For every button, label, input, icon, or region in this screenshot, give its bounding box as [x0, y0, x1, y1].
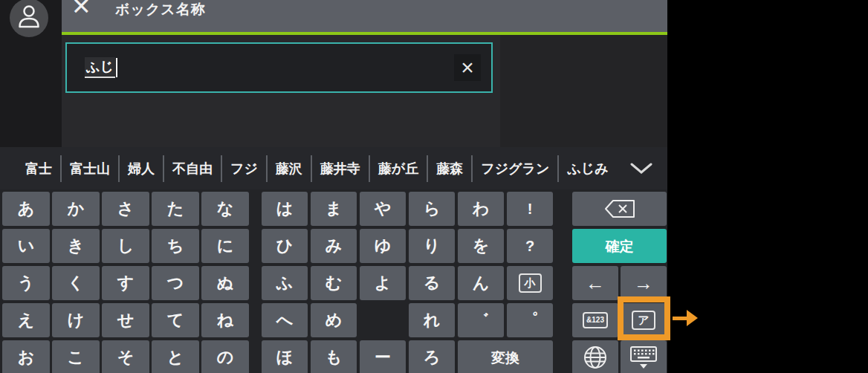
key-ま[interactable]: ま	[311, 192, 357, 226]
candidate-item[interactable]: 婦人	[128, 160, 155, 178]
key-ら[interactable]: ら	[409, 192, 455, 226]
key-input-language[interactable]	[572, 340, 618, 373]
key-?[interactable]: ?	[507, 229, 553, 263]
candidate-item[interactable]: フジ	[230, 160, 258, 178]
candidate-divider	[118, 155, 120, 182]
dimmed-background	[500, 35, 667, 147]
key-わ[interactable]: わ	[458, 192, 504, 226]
candidate-divider	[369, 155, 370, 182]
key-お[interactable]: お	[2, 340, 50, 373]
key-symbols-numbers[interactable]: &123	[572, 303, 618, 337]
key-し[interactable]: し	[102, 229, 149, 263]
candidate-divider	[427, 155, 428, 182]
key-の[interactable]: の	[201, 340, 249, 373]
key-ね[interactable]: ね	[201, 303, 249, 337]
avatar[interactable]	[10, 0, 48, 37]
key-![interactable]: !	[507, 192, 553, 226]
left-strip	[0, 0, 62, 147]
keyboard: あかさたないきしちにうくすつぬえけせてねおこそとのはまやらわ!ひみゆりを?ふむよ…	[0, 189, 667, 373]
key-ん[interactable]: ん	[458, 266, 504, 300]
key-よ[interactable]: よ	[360, 266, 406, 300]
key-small-kana[interactable]: 小	[507, 266, 553, 300]
user-icon	[18, 4, 40, 32]
highlight-box	[618, 296, 670, 340]
candidate-item[interactable]: フジグラン	[481, 160, 549, 178]
key-へ[interactable]: へ	[262, 303, 308, 337]
close-icon[interactable]: ×	[72, 0, 91, 22]
key-つ[interactable]: つ	[152, 266, 199, 300]
key-に[interactable]: に	[201, 229, 249, 263]
candidate-divider	[266, 155, 268, 182]
candidate-item[interactable]: 富士	[25, 160, 52, 178]
highlight-arrow-icon	[673, 317, 687, 320]
key-ぬ[interactable]: ぬ	[201, 266, 249, 300]
key-ゆ[interactable]: ゆ	[360, 229, 406, 263]
key-せ[interactable]: せ	[102, 303, 149, 337]
candidate-item[interactable]: 富士山	[70, 160, 110, 178]
composing-text: ふじ	[85, 57, 115, 78]
candidate-divider	[163, 155, 164, 182]
candidate-divider	[557, 155, 559, 182]
key-め[interactable]: め	[311, 303, 357, 337]
candidate-item[interactable]: 藤森	[436, 160, 463, 178]
key-も[interactable]: も	[311, 340, 357, 373]
keyboard-hide-icon	[629, 346, 658, 370]
key-dakuten[interactable]: ゛	[458, 303, 504, 337]
candidate-divider	[221, 155, 222, 182]
key-な[interactable]: な	[201, 192, 249, 226]
text-input[interactable]: ふじ ×	[65, 42, 493, 93]
key-handakuten[interactable]: ゜	[507, 303, 553, 337]
candidate-item[interactable]: 藤沢	[276, 160, 302, 178]
candidate-item[interactable]: 藤井寺	[320, 160, 360, 178]
key-う[interactable]: う	[2, 266, 50, 300]
key-cursor-right[interactable]: →	[621, 266, 667, 300]
backspace-icon	[603, 198, 636, 219]
key-さ[interactable]: さ	[102, 192, 149, 226]
key-cursor-left[interactable]: ←	[572, 266, 618, 300]
candidate-item[interactable]: 藤が丘	[378, 160, 418, 178]
key-ひ[interactable]: ひ	[262, 229, 308, 263]
key-た[interactable]: た	[152, 192, 199, 226]
key-み[interactable]: み	[311, 229, 357, 263]
key-は[interactable]: は	[262, 192, 308, 226]
key-て[interactable]: て	[152, 303, 199, 337]
key-え[interactable]: え	[2, 303, 50, 337]
candidate-bar: 富士富士山婦人不自由フジ藤沢藤井寺藤が丘藤森フジグランふじみ	[0, 147, 667, 189]
key-hide-keyboard[interactable]	[621, 340, 667, 373]
key-ろ[interactable]: ろ	[409, 340, 455, 373]
key-い[interactable]: い	[2, 229, 50, 263]
key-backspace[interactable]	[572, 192, 667, 226]
candidate-item[interactable]: ふじみ	[567, 160, 608, 178]
chevron-down-icon[interactable]	[630, 163, 652, 174]
key-confirm[interactable]: 確定	[572, 229, 667, 263]
key-す[interactable]: す	[102, 266, 149, 300]
key-け[interactable]: け	[52, 303, 100, 337]
highlight-arrow-head	[687, 310, 698, 326]
key-ふ[interactable]: ふ	[262, 266, 308, 300]
key-れ[interactable]: れ	[409, 303, 455, 337]
key-む[interactable]: む	[311, 266, 357, 300]
key-convert[interactable]: 変換	[458, 340, 553, 373]
key-き[interactable]: き	[52, 229, 100, 263]
key-ほ[interactable]: ほ	[262, 340, 308, 373]
dialog-header: × ボックス名称	[62, 0, 667, 32]
key-り[interactable]: り	[409, 229, 455, 263]
clear-input-icon[interactable]: ×	[454, 54, 481, 81]
key-や[interactable]: や	[360, 192, 406, 226]
key-く[interactable]: く	[52, 266, 100, 300]
text-caret	[116, 58, 117, 77]
input-panel: ふじ ×	[62, 35, 667, 147]
dialog-title: ボックス名称	[115, 0, 206, 19]
key-そ[interactable]: そ	[102, 340, 149, 373]
key-ち[interactable]: ち	[152, 229, 199, 263]
key-こ[interactable]: こ	[52, 340, 100, 373]
key-を[interactable]: を	[458, 229, 504, 263]
key-あ[interactable]: あ	[2, 192, 50, 226]
key-ー[interactable]: ー	[360, 340, 406, 373]
key-る[interactable]: る	[409, 266, 455, 300]
ime-screen: × ボックス名称 ふじ × 富士富士山婦人不自由フジ藤沢藤井寺藤が丘藤森フジグラ…	[0, 0, 868, 373]
key-と[interactable]: と	[152, 340, 199, 373]
key-か[interactable]: か	[52, 192, 100, 226]
candidate-divider	[311, 155, 312, 182]
candidate-item[interactable]: 不自由	[172, 160, 213, 178]
